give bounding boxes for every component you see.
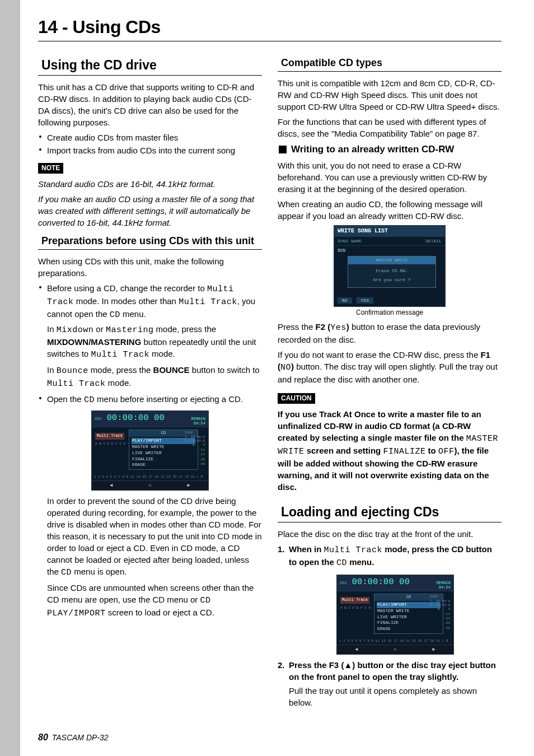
bold-text: MIXDOWN/MASTERING [47,337,141,347]
note-line-1: Standard audio CDs are 16-bit, 44.1kHz f… [38,178,262,190]
side-tab [0,0,20,756]
menu-item: MASTER WRITE [377,608,441,614]
text: Before using a CD, change the recorder t… [47,283,207,293]
bullet-create-text: Create audio CDs from master files [47,133,178,142]
transport-bar: ◀ ⌂ ▶ [337,645,453,655]
text: menu. [120,309,146,319]
rule-top [38,41,502,41]
bullet-import-text: Import tracks from audio CDs into the cu… [47,146,235,155]
lcd-text: Mastering [106,325,154,335]
caution-label: CAUTION [278,393,315,404]
lcd-text: Multi Track [47,379,106,389]
page-number: 80 [38,732,48,742]
menu-item: ERASE [377,626,441,632]
menu-item: LIVE WRITER [377,614,441,620]
dialog-title: WRITE SONG LIST [334,226,445,237]
note-line-2: If you make an audio CD using a master f… [38,193,262,228]
lcd-text: NO [280,363,291,372]
column-left: Using the CD drive This unit has a CD dr… [38,49,262,712]
lcd-text: FINALIZE [383,447,425,456]
dialog-line: Are you sure ? [350,277,433,283]
abs-label: ABS [95,417,102,421]
text: If you do not want to erase the CD-RW di… [278,350,480,360]
prev-icon: ◀ [355,646,358,654]
prep-bullet-2: Open the CD menu before inserting or eje… [38,393,262,406]
yes-button: YES [357,297,373,304]
time-counter: 00:00:00 00 [107,413,165,423]
heading-loading-ejecting: Loading and ejecting CDs [281,503,502,521]
menu-item: MASTER WRITE [132,444,195,450]
text: screen and setting [305,446,383,455]
prep-sub-mixdown: In Mixdown or Mastering mode, press the … [47,323,262,361]
track-letters: A B C D E F G H [340,606,371,610]
mode-badge: Multi Track [340,597,369,604]
text: mode. [149,349,175,358]
dialog-line: Erase CD-RW. [350,268,433,274]
lcd-text: Mixdown [57,325,94,335]
text: menu is open. [72,567,127,576]
rule-using [38,75,262,76]
lcd-text: CD [110,310,120,320]
caution-text: If you use Track At Once to write a mast… [278,408,502,493]
transport-bar: ◀ ⌂ ▶ [92,480,208,491]
bold-text: BOUNCE [153,365,190,375]
next-icon: ▶ [188,482,190,489]
text: When in [289,544,324,554]
writing-para-3: Press the F2 (Yes) button to erase the d… [278,321,502,346]
song-info: SONGI: 00:00:0O: 20:00:0 [430,595,450,608]
text: Press the [278,322,316,332]
heading-text: Writing to an already written CD-RW [291,143,454,156]
step-number: 2. [278,659,285,671]
prev-icon: ◀ [110,482,113,489]
text: If you use Track At Once to write a mast… [278,409,481,442]
track-numbers: 1 2 3 4 5 6 7 8 9 11 13 15 17 19 21 23 2… [92,474,208,480]
text: menu before inserting or ejecting a CD. [95,394,243,404]
dialog-header: MASTER WRITE [348,256,435,264]
text: or [93,324,106,334]
text: button. The disc tray will open slightly… [278,362,498,384]
col-detail: DETAIL [425,238,442,244]
menu-item: FINALIZE [132,456,195,463]
text: mode, press the [88,365,153,375]
heading-compatible-types: Compatible CD types [281,56,502,70]
rule-compat [278,71,502,72]
intro-paragraph: This unit has a CD drive that supports w… [38,81,262,128]
menu-item: LIVE WRITER [132,450,195,456]
text: mode, press the [153,324,216,334]
text: In [47,324,57,334]
eject-icon: ▲ [344,660,352,670]
text: screen to load or eject a CD. [106,608,214,617]
heading-using-cd-drive: Using the CD drive [41,56,262,74]
column-right: Compatible CD types This unit is compati… [278,49,502,712]
loading-para-1: Place the disc on the disc tray at the f… [278,528,502,540]
note-label: NOTE [38,163,63,174]
col-song-name: SONG NAME [338,238,362,244]
lcd-text: OFF [438,447,455,456]
compat-para-1: This unit is compatible with 12cm and 8c… [278,77,502,113]
writing-para-2: When creating an audio CD, the following… [278,198,502,222]
square-bullet-icon [279,146,287,153]
step-1: 1. When in Multi Track mode, press the C… [278,543,502,655]
heading-writing-cdrw: Writing to an already written CD-RW [278,143,502,156]
prep-sub-bounce: In Bounce mode, press the BOUNCE button … [47,364,262,390]
no-button: NO [338,297,352,304]
list-row: SON [338,248,345,253]
lcd-text: Yes [330,323,346,333]
step-number: 1. [278,543,285,555]
text: Press the F3 ( [289,660,344,670]
lcd-text: Multi Track [324,545,383,555]
level-meters: ▮0 -12 -24 -36 -48 [438,607,450,631]
lcd-text: CD [61,568,72,577]
song-info: SONGI: 00:00:0O: 20:00:0 [185,431,205,444]
text: In order to prevent the sound of the CD … [47,496,262,576]
figure-cd-menu: ABS 00:00:00 00 REMAIN04:54 Multi Track … [91,410,209,491]
lcd-text: Multi Track [179,297,237,307]
after-fig-para-1: In order to prevent the sound of the CD … [38,495,262,578]
figure-caption: Confirmation message [278,308,502,318]
confirm-dialog: MASTER WRITE Erase CD-RW. Are you sure ? [348,256,436,288]
step-2-sub: Pull the tray out until it opens complet… [289,685,502,708]
figure-confirmation: WRITE SONG LIST SONG NAMEDETAIL SON SON … [334,225,446,307]
after-fig-para-2: Since CDs are unmounted when screens oth… [38,582,262,619]
lcd-text: Multi Track [91,350,149,360]
writing-para-4: If you do not want to erase the CD-RW di… [278,349,502,385]
